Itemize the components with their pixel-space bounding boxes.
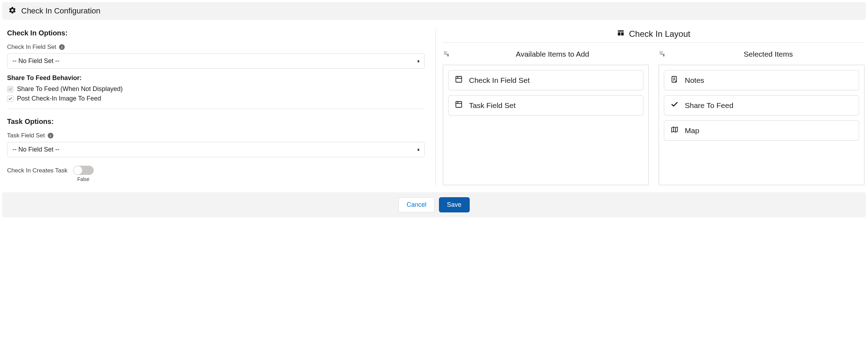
available-item[interactable]: Task Field Set xyxy=(448,95,643,115)
gear-icon xyxy=(8,6,16,16)
layout-icon xyxy=(617,29,625,39)
task-field-set-label-text: Task Field Set xyxy=(7,132,45,139)
separator xyxy=(7,109,425,109)
page-header: Check In Configuration xyxy=(2,2,866,20)
svg-rect-1 xyxy=(618,32,620,35)
notes-icon xyxy=(671,75,678,85)
check-icon xyxy=(671,101,678,110)
available-items-column: Available Items to Add Check In Field Se… xyxy=(443,50,649,185)
post-image-checkbox-label: Post Check-In Image To Feed xyxy=(17,95,101,102)
selected-item[interactable]: Notes xyxy=(664,70,859,90)
form-icon xyxy=(455,101,463,110)
selected-items-heading: Selected Items xyxy=(672,50,864,58)
toggle-knob xyxy=(73,166,82,175)
svg-rect-3 xyxy=(456,76,462,82)
check-in-field-set-label: Check In Field Set i xyxy=(7,44,425,51)
footer-bar: Cancel Save xyxy=(2,192,866,217)
form-icon xyxy=(455,75,463,85)
available-items-heading: Available Items to Add xyxy=(456,50,649,58)
task-field-set-label: Task Field Set i xyxy=(7,132,425,139)
page-title: Check In Configuration xyxy=(21,6,100,16)
task-options-heading: Task Options: xyxy=(7,118,425,126)
creates-task-label: Check In Creates Task xyxy=(7,166,68,174)
share-to-feed-checkbox xyxy=(7,86,13,92)
check-in-field-set-value: -- No Field Set -- xyxy=(12,57,59,64)
layout-title-row: Check In Layout xyxy=(443,29,864,43)
check-in-field-set-select[interactable]: -- No Field Set -- ▲▼ xyxy=(7,53,425,69)
layout-title: Check In Layout xyxy=(629,29,690,39)
drag-handle-icon xyxy=(443,51,451,58)
task-field-set-select[interactable]: -- No Field Set -- ▲▼ xyxy=(7,142,425,157)
options-panel: Check In Options: Check In Field Set i -… xyxy=(7,29,436,185)
share-to-feed-checkbox-label: Share To Feed (When Not Displayed) xyxy=(17,85,123,93)
task-field-set-value: -- No Field Set -- xyxy=(12,146,59,153)
selected-items-dropzone[interactable]: Notes Share To Feed Map xyxy=(659,65,864,185)
item-label: Check In Field Set xyxy=(469,76,530,85)
creates-task-state: False xyxy=(77,176,89,182)
cancel-button[interactable]: Cancel xyxy=(398,197,434,212)
available-items-dropzone[interactable]: Check In Field Set Task Field Set xyxy=(443,65,649,185)
available-item[interactable]: Check In Field Set xyxy=(448,70,643,90)
selected-item[interactable]: Map xyxy=(664,120,859,141)
selected-items-column: Selected Items Notes Share To Feed xyxy=(659,50,864,185)
svg-rect-6 xyxy=(456,102,462,108)
svg-rect-2 xyxy=(621,32,624,35)
check-in-field-set-label-text: Check In Field Set xyxy=(7,44,56,51)
info-icon[interactable]: i xyxy=(48,133,53,138)
map-icon xyxy=(671,126,678,135)
selected-item[interactable]: Share To Feed xyxy=(664,95,859,115)
info-icon[interactable]: i xyxy=(59,44,65,50)
drag-handle-icon xyxy=(659,51,667,58)
item-label: Share To Feed xyxy=(685,101,733,110)
layout-panel: Check In Layout Available Items to Add xyxy=(436,29,864,185)
save-button[interactable]: Save xyxy=(439,197,470,212)
post-image-checkbox[interactable] xyxy=(7,96,13,102)
creates-task-toggle[interactable] xyxy=(73,166,94,175)
svg-rect-0 xyxy=(618,30,624,32)
item-label: Map xyxy=(685,126,699,135)
share-to-feed-behavior-heading: Share To Feed Behavior: xyxy=(7,74,425,82)
check-in-options-heading: Check In Options: xyxy=(7,29,425,37)
item-label: Notes xyxy=(685,76,704,85)
item-label: Task Field Set xyxy=(469,101,516,110)
